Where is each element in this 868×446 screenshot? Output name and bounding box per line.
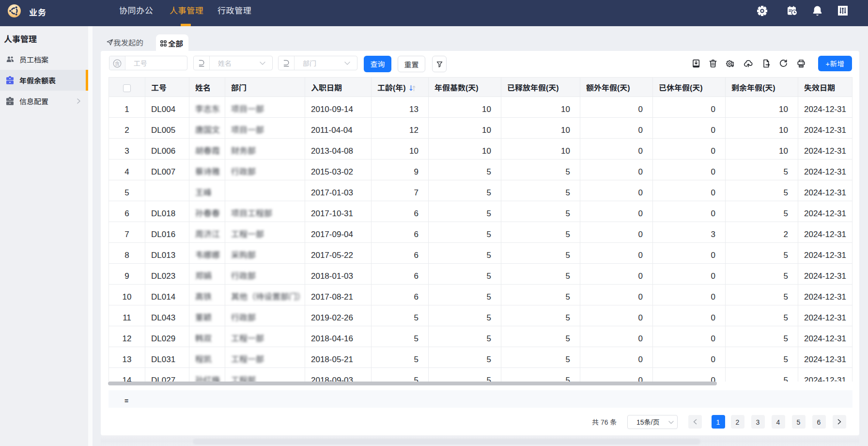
- svg-text:含: 含: [115, 59, 120, 66]
